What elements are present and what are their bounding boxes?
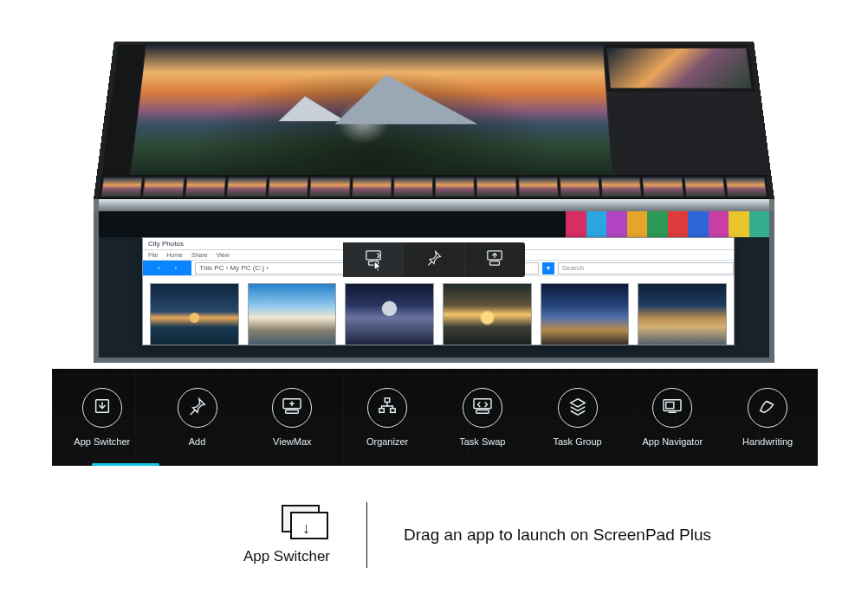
pin-icon (188, 397, 207, 419)
app-navigator-icon (662, 397, 683, 418)
editor-canvas (131, 45, 612, 175)
photo-thumb[interactable] (638, 283, 727, 345)
filmstrip-thumb (268, 177, 308, 197)
photo-editor (102, 45, 767, 175)
svg-rect-0 (366, 251, 379, 260)
editor-filmstrip (99, 175, 769, 199)
feature-label: Handwriting (742, 436, 793, 447)
menu-item[interactable]: File (148, 252, 158, 258)
editor-panels (603, 45, 767, 175)
filmstrip-thumb (143, 177, 185, 197)
app-switcher-icon (93, 397, 112, 419)
feature-viewmax[interactable]: ViewMax (247, 388, 337, 447)
svg-rect-11 (476, 410, 489, 414)
feature-organizer[interactable]: Organizer (342, 388, 432, 447)
filmstrip-thumb (435, 177, 475, 197)
filmstrip-thumb (393, 177, 433, 197)
screenpad-popover[interactable] (343, 242, 525, 277)
popover-pin[interactable] (403, 242, 463, 277)
color-swatch-strip (566, 211, 769, 237)
photo-thumb[interactable] (443, 283, 532, 345)
screenpad-plus[interactable]: City Photos File Home Share View ‹ › Thi… (94, 211, 774, 363)
address-dropdown-icon[interactable]: ▾ (542, 262, 554, 274)
photo-item[interactable]: City 02.jpg (248, 283, 337, 341)
explorer-body[interactable]: City 01.jpg City 02.jpg City 03.jpg City… (143, 276, 734, 345)
svg-rect-10 (474, 399, 491, 409)
task-swap-icon (472, 397, 493, 418)
laptop: City Photos File Home Share View ‹ › Thi… (94, 9, 774, 363)
svg-rect-7 (385, 398, 390, 403)
search-placeholder: Search (562, 264, 584, 272)
task-group-icon (568, 397, 587, 419)
organizer-icon (377, 397, 398, 419)
app-switcher-large-icon: ↓ (282, 505, 330, 541)
screenpad-top-strip (99, 211, 769, 237)
caption-row: ↓ App Switcher Drag an app to launch on … (0, 502, 868, 568)
feature-task-swap[interactable]: Task Swap (437, 388, 528, 447)
caption-text: Drag an app to launch on ScreenPad Plus (404, 526, 711, 545)
svg-rect-3 (490, 261, 500, 266)
search-input[interactable]: Search (558, 262, 734, 274)
caption-icon-block: ↓ App Switcher (157, 505, 330, 565)
vertical-divider (366, 502, 367, 568)
feature-handwriting[interactable]: Handwriting (722, 388, 813, 447)
svg-rect-9 (391, 409, 396, 413)
chevron-right-icon[interactable]: › (174, 264, 177, 272)
photo-thumb[interactable] (150, 283, 239, 345)
filmstrip-thumb (600, 177, 642, 197)
filmstrip-thumb (226, 177, 268, 197)
filmstrip-thumb (642, 177, 683, 197)
feature-app-navigator[interactable]: App Navigator (627, 388, 717, 447)
filmstrip-thumb (518, 177, 559, 197)
hinge (94, 199, 774, 211)
feature-label: Organizer (366, 436, 408, 447)
feature-add[interactable]: Add (152, 388, 243, 447)
download-arrow-icon: ↓ (302, 520, 310, 536)
filmstrip-thumb (100, 177, 143, 197)
photo-item[interactable]: City 04.jpg (443, 283, 532, 341)
main-display (94, 42, 774, 199)
feature-bar: App Switcher Add ViewMax Organizer Task … (52, 369, 818, 466)
viewmax-icon (282, 397, 302, 418)
cursor-icon (373, 261, 382, 273)
feature-label: Add (189, 436, 206, 447)
feature-app-switcher[interactable]: App Switcher (57, 388, 147, 447)
nav-back-forward[interactable]: ‹ › (143, 261, 191, 275)
photo-item[interactable]: City 05.jpg (541, 283, 630, 341)
photo-item[interactable]: City 06.jpg (638, 283, 727, 341)
menu-item[interactable]: View (217, 252, 230, 258)
feature-label: App Navigator (643, 436, 703, 447)
editor-navigator-thumb (607, 48, 752, 88)
svg-rect-6 (286, 410, 299, 414)
svg-rect-13 (666, 402, 674, 408)
filmstrip-thumb (309, 177, 350, 197)
feature-label: App Switcher (74, 436, 130, 447)
selected-indicator (92, 463, 159, 466)
filmstrip-thumb (185, 177, 226, 197)
feature-label: Task Swap (459, 436, 505, 447)
menu-item[interactable]: Share (191, 252, 208, 258)
send-up-icon (485, 249, 504, 270)
feature-label: Task Group (553, 436, 601, 447)
popover-send-to-main[interactable] (464, 242, 525, 277)
filmstrip-thumb (476, 177, 517, 197)
photo-thumb[interactable] (345, 283, 434, 345)
main-display-wrap (94, 9, 774, 199)
caption-icon-label: App Switcher (243, 548, 330, 565)
filmstrip-thumb (560, 177, 600, 197)
svg-rect-8 (379, 409, 385, 413)
pin-icon (425, 249, 443, 270)
filmstrip-thumb (725, 177, 768, 197)
feature-task-group[interactable]: Task Group (533, 388, 623, 447)
filmstrip-thumb (352, 177, 392, 197)
chevron-left-icon[interactable]: ‹ (158, 264, 160, 272)
filmstrip-thumb (683, 177, 725, 197)
editor-property-list (606, 92, 766, 175)
handwriting-icon (757, 397, 778, 419)
menu-item[interactable]: Home (166, 252, 183, 258)
photo-item[interactable]: City 01.jpg (150, 283, 239, 341)
photo-item[interactable]: City 03.jpg (345, 283, 434, 341)
feature-label: ViewMax (273, 436, 311, 447)
photo-thumb[interactable] (541, 283, 630, 345)
photo-thumb[interactable] (248, 283, 337, 345)
